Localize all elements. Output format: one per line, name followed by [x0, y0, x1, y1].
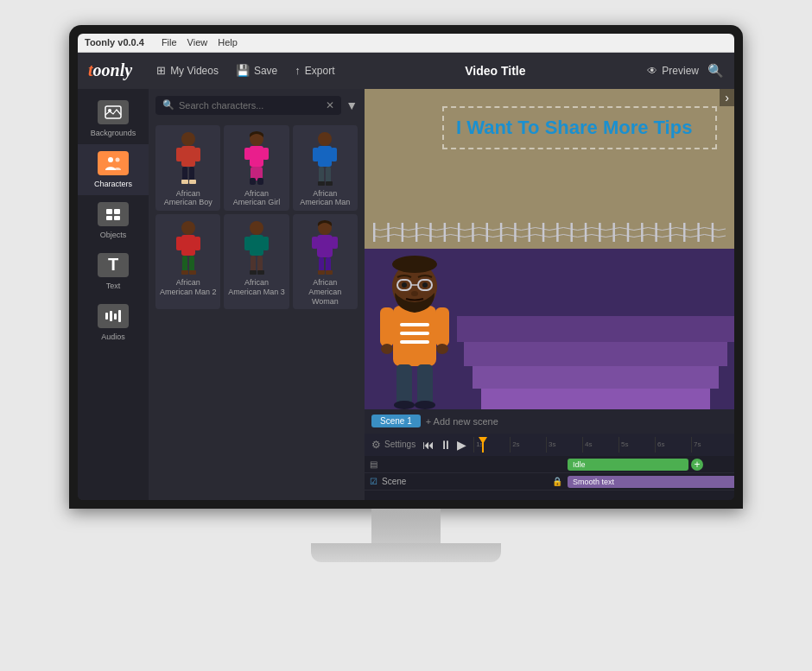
- search-button[interactable]: 🔍: [707, 63, 724, 79]
- character-figure: [302, 219, 347, 275]
- ruler-mark-2s: 2s: [510, 437, 546, 453]
- playhead[interactable]: [482, 437, 484, 453]
- svg-rect-41: [181, 270, 188, 275]
- character-african-american-man3[interactable]: African American Man 3: [224, 214, 289, 309]
- scene-title-text: I Want To Share More Tips: [456, 117, 692, 138]
- svg-rect-50: [257, 270, 264, 275]
- svg-rect-53: [312, 237, 318, 249]
- idle-block[interactable]: Idle: [568, 459, 688, 471]
- svg-rect-46: [263, 237, 269, 250]
- search-input[interactable]: [179, 100, 321, 111]
- characters-label: Characters: [94, 180, 132, 188]
- characters-grid: African American Boy: [149, 122, 365, 313]
- svg-rect-44: [250, 235, 263, 256]
- character-african-american-boy[interactable]: African American Boy: [155, 125, 220, 212]
- svg-rect-25: [250, 178, 256, 185]
- ruler-mark-7s: 7s: [691, 437, 727, 453]
- video-title[interactable]: Video Title: [343, 64, 647, 78]
- sidebar-item-objects[interactable]: Objects: [78, 195, 149, 246]
- svg-point-101: [422, 282, 428, 288]
- panel-search-row: 🔍 ✕ ▼: [149, 89, 365, 122]
- sidebar-item-text[interactable]: T Text: [78, 246, 149, 297]
- track-icon-idle: ▤: [370, 459, 377, 469]
- canvas-area: I Want To Share More Tips: [365, 89, 734, 500]
- svg-rect-30: [331, 148, 337, 161]
- character-name: African American Man 3: [227, 278, 285, 297]
- svg-point-2: [108, 157, 113, 162]
- character-african-american-woman[interactable]: African American Woman: [293, 214, 358, 309]
- scene-title-box[interactable]: I Want To Share More Tips: [442, 106, 717, 149]
- svg-rect-34: [326, 181, 333, 186]
- scene-tab-1[interactable]: Scene 1: [371, 415, 421, 427]
- play-button[interactable]: ▶: [457, 438, 466, 452]
- svg-rect-66: [472, 223, 473, 242]
- svg-rect-52: [317, 235, 333, 257]
- menu-file[interactable]: File: [162, 37, 177, 47]
- svg-rect-70: [529, 223, 530, 242]
- scene-lock-icon: 🔒: [552, 477, 562, 486]
- character-african-american-man[interactable]: African American Man: [293, 125, 358, 212]
- character-name: African American Man: [296, 189, 354, 208]
- sidebar-item-characters[interactable]: Characters: [78, 144, 149, 195]
- svg-rect-19: [189, 180, 196, 184]
- sidebar-item-backgrounds[interactable]: Backgrounds: [78, 93, 149, 144]
- backgrounds-label: Backgrounds: [91, 129, 136, 137]
- rewind-button[interactable]: ⏮: [422, 438, 435, 452]
- svg-rect-72: [556, 223, 558, 242]
- svg-rect-89: [435, 307, 449, 346]
- canvas-nav-right[interactable]: ›: [720, 89, 734, 106]
- playhead-triangle: [479, 437, 487, 444]
- pause-button[interactable]: ⏸: [440, 438, 452, 452]
- svg-rect-33: [318, 181, 325, 186]
- search-icon: 🔍: [162, 99, 174, 111]
- svg-rect-21: [250, 146, 263, 167]
- svg-rect-74: [585, 223, 587, 242]
- svg-rect-67: [486, 223, 488, 242]
- smooth-text-block[interactable]: Smooth text: [568, 476, 734, 488]
- my-videos-button[interactable]: ⊞ My Videos: [148, 60, 227, 80]
- svg-point-27: [318, 132, 332, 146]
- svg-rect-75: [599, 223, 600, 242]
- settings-button[interactable]: ⚙ Settings: [371, 439, 416, 451]
- sidebar-item-audios[interactable]: Audios: [78, 297, 149, 348]
- svg-rect-58: [326, 270, 333, 275]
- gear-icon: ⚙: [371, 439, 381, 451]
- svg-rect-28: [318, 146, 332, 167]
- character-figure: [166, 219, 211, 275]
- add-scene-button[interactable]: + Add new scene: [426, 416, 498, 427]
- svg-rect-65: [458, 223, 460, 242]
- svg-point-100: [402, 282, 407, 288]
- character-african-american-girl[interactable]: African American Girl: [224, 125, 289, 212]
- menu-help[interactable]: Help: [218, 37, 238, 47]
- menu-view[interactable]: View: [187, 37, 208, 47]
- svg-rect-42: [189, 270, 196, 275]
- add-idle-button[interactable]: +: [691, 459, 703, 471]
- svg-point-103: [392, 256, 437, 273]
- text-label: Text: [106, 282, 121, 290]
- ruler-mark-5s: 5s: [619, 437, 655, 453]
- track-content-idle: Idle +: [568, 456, 734, 472]
- characters-icon: [98, 151, 129, 175]
- svg-rect-85: [400, 323, 429, 326]
- character-name: African American Woman: [296, 278, 354, 306]
- track-label-scene: ☑ Scene 🔒: [365, 477, 568, 486]
- clear-search-button[interactable]: ✕: [326, 99, 334, 111]
- svg-rect-88: [380, 307, 394, 346]
- export-button[interactable]: ↑ Export: [286, 60, 343, 80]
- save-button[interactable]: 💾 Save: [227, 60, 286, 80]
- svg-rect-29: [313, 148, 319, 161]
- filter-button[interactable]: ▼: [346, 98, 358, 112]
- character-african-american-man2[interactable]: African American Man 2: [155, 214, 220, 309]
- app-title: Toonly v0.0.4: [85, 37, 144, 47]
- svg-rect-38: [194, 237, 200, 250]
- svg-point-12: [181, 132, 195, 146]
- character-name: African American Girl: [227, 189, 285, 208]
- scene-label-text: Scene: [382, 477, 406, 486]
- svg-rect-57: [318, 270, 325, 275]
- scene-tabs: Scene 1 + Add new scene: [365, 409, 734, 434]
- scene-checkbox-icon: ☑: [370, 477, 377, 486]
- svg-rect-87: [400, 340, 429, 344]
- preview-button[interactable]: 👁 Preview: [647, 65, 699, 77]
- video-canvas[interactable]: I Want To Share More Tips: [365, 89, 734, 409]
- svg-rect-83: [712, 223, 714, 242]
